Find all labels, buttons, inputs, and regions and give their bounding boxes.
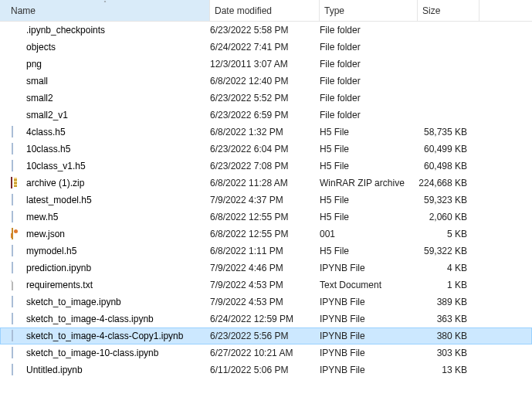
file-type-cell: File folder (320, 25, 418, 36)
file-name-label: 10class_v1.h5 (26, 161, 86, 171)
file-name-label: objects (26, 42, 56, 53)
file-type-cell: File folder (320, 42, 418, 53)
column-header-name[interactable]: Name ˄ (0, 0, 210, 21)
file-name-label: mew.json (26, 229, 65, 239)
file-date-cell: 6/23/2022 5:52 PM (210, 93, 320, 103)
file-row[interactable]: latest_model.h57/9/2022 4:37 PMH5 File59… (0, 192, 532, 209)
file-name-label: sketch_to_image-4-class.ipynb (26, 314, 154, 324)
file-name-label: mew.h5 (26, 212, 58, 222)
file-date-cell: 6/23/2022 7:08 PM (210, 161, 320, 171)
file-row[interactable]: small26/23/2022 5:52 PMFile folder (0, 90, 532, 107)
file-row[interactable]: .ipynb_checkpoints6/23/2022 5:58 PMFile … (0, 22, 532, 39)
file-date-cell: 6/8/2022 12:40 PM (210, 76, 320, 87)
file-row[interactable]: Untitled.ipynb6/11/2022 5:06 PMIPYNB Fil… (0, 361, 532, 378)
file-date-cell: 6/23/2022 5:56 PM (210, 331, 320, 341)
file-row[interactable]: png12/3/2011 3:07 AMFile folder (0, 56, 532, 73)
file-name-cell: small2 (11, 92, 210, 104)
file-name-cell: sketch_to_image-4-class.ipynb (11, 313, 210, 325)
column-header-name-label: Name (11, 5, 36, 16)
file-name-label: small (26, 76, 48, 87)
file-size-cell: 380 KB (418, 331, 473, 341)
file-date-cell: 6/11/2022 5:06 PM (210, 365, 320, 375)
column-header-type[interactable]: Type (320, 0, 418, 21)
folder-icon (11, 41, 23, 53)
file-name-label: 10class.h5 (26, 144, 70, 154)
file-name-label: sketch_to_image-10-class.ipynb (26, 348, 158, 358)
file-type-cell: H5 File (320, 212, 418, 222)
file-row[interactable]: archive (1).zip6/8/2022 11:28 AMWinRAR Z… (0, 175, 532, 192)
file-size-cell: 1 KB (418, 280, 473, 290)
file-name-cell: 4class.h5 (11, 126, 210, 138)
notebook-file-icon (11, 245, 23, 257)
file-name-cell: sketch_to_image-10-class.ipynb (11, 347, 210, 359)
file-row[interactable]: mymodel.h56/8/2022 1:11 PMH5 File59,322 … (0, 243, 532, 260)
file-date-cell: 7/9/2022 4:46 PM (210, 263, 320, 273)
file-row[interactable]: 10class.h56/23/2022 6:04 PMH5 File60,499… (0, 141, 532, 158)
file-row[interactable]: mew.json6/8/2022 12:55 PM0015 KB (0, 226, 532, 243)
file-date-cell: 6/27/2022 10:21 AM (210, 348, 320, 358)
file-name-cell: png (11, 58, 210, 70)
file-name-cell: .ipynb_checkpoints (11, 24, 210, 36)
file-row[interactable]: 10class_v1.h56/23/2022 7:08 PMH5 File60,… (0, 158, 532, 175)
file-row[interactable]: sketch_to_image.ipynb7/9/2022 4:53 PMIPY… (0, 294, 532, 310)
file-row[interactable]: prediction.ipynb7/9/2022 4:46 PMIPYNB Fi… (0, 260, 532, 277)
file-row[interactable]: sketch_to_image-4-class-Copy1.ipynb6/23/… (0, 327, 532, 344)
column-header-type-label: Type (324, 5, 344, 16)
file-name-label: .ipynb_checkpoints (26, 25, 105, 36)
folder-icon (11, 92, 23, 104)
file-date-cell: 6/23/2022 6:04 PM (210, 144, 320, 154)
file-date-cell: 6/8/2022 12:55 PM (210, 229, 320, 239)
column-header-date-label: Date modified (215, 5, 272, 16)
column-header-row: Name ˄ Date modified Type Size (0, 0, 532, 22)
file-row[interactable]: small2_v16/23/2022 6:59 PMFile folder (0, 107, 532, 124)
file-date-cell: 6/8/2022 11:28 AM (210, 178, 320, 188)
file-size-cell: 58,735 KB (418, 127, 473, 137)
column-header-date[interactable]: Date modified (210, 0, 320, 21)
file-size-cell: 60,499 KB (418, 144, 473, 154)
file-size-cell: 303 KB (418, 348, 473, 358)
json-file-icon (11, 228, 23, 240)
file-name-label: latest_model.h5 (26, 195, 92, 205)
file-size-cell: 59,323 KB (418, 195, 473, 205)
file-type-cell: H5 File (320, 127, 418, 137)
notebook-file-icon (11, 160, 23, 172)
file-row[interactable]: sketch_to_image-4-class.ipynb6/24/2022 1… (0, 310, 532, 327)
sort-ascending-icon: ˄ (103, 0, 107, 7)
file-row[interactable]: requirements.txt7/9/2022 4:53 PMText Doc… (0, 277, 532, 294)
file-type-cell: IPYNB File (320, 314, 418, 324)
file-name-label: Untitled.ipynb (26, 365, 83, 375)
file-type-cell: File folder (320, 76, 418, 87)
file-date-cell: 7/9/2022 4:53 PM (210, 280, 320, 290)
archive-icon (11, 177, 23, 189)
file-row[interactable]: mew.h56/8/2022 12:55 PMH5 File2,060 KB (0, 209, 532, 226)
notebook-file-icon (11, 313, 23, 325)
file-size-cell: 2,060 KB (418, 212, 473, 222)
notebook-file-icon (11, 347, 23, 359)
file-size-cell: 13 KB (418, 365, 473, 375)
file-date-cell: 7/9/2022 4:37 PM (210, 195, 320, 205)
file-row[interactable]: sketch_to_image-10-class.ipynb6/27/2022 … (0, 344, 532, 361)
file-row[interactable]: 4class.h56/8/2022 1:32 PMH5 File58,735 K… (0, 124, 532, 141)
column-header-size[interactable]: Size (418, 0, 479, 21)
file-name-cell: sketch_to_image-4-class-Copy1.ipynb (11, 330, 210, 342)
file-size-cell: 4 KB (418, 263, 473, 273)
notebook-file-icon (11, 194, 23, 206)
file-date-cell: 6/24/2022 12:59 PM (210, 314, 320, 324)
file-name-label: sketch_to_image.ipynb (26, 297, 121, 307)
folder-icon (11, 58, 23, 70)
file-name-cell: requirements.txt (11, 279, 210, 291)
file-date-cell: 7/9/2022 4:53 PM (210, 297, 320, 307)
folder-icon (11, 109, 23, 121)
file-type-cell: H5 File (320, 195, 418, 205)
file-type-cell: File folder (320, 110, 418, 120)
file-size-cell: 389 KB (418, 297, 473, 307)
file-name-cell: small2_v1 (11, 109, 210, 121)
file-name-cell: small (11, 75, 210, 87)
file-date-cell: 6/23/2022 6:59 PM (210, 110, 320, 120)
file-name-label: mymodel.h5 (26, 246, 76, 256)
notebook-file-icon (11, 296, 23, 308)
file-name-cell: prediction.ipynb (11, 262, 210, 274)
file-row[interactable]: small6/8/2022 12:40 PMFile folder (0, 73, 532, 90)
file-row[interactable]: objects6/24/2022 7:41 PMFile folder (0, 39, 532, 56)
file-type-cell: WinRAR ZIP archive (320, 178, 418, 188)
